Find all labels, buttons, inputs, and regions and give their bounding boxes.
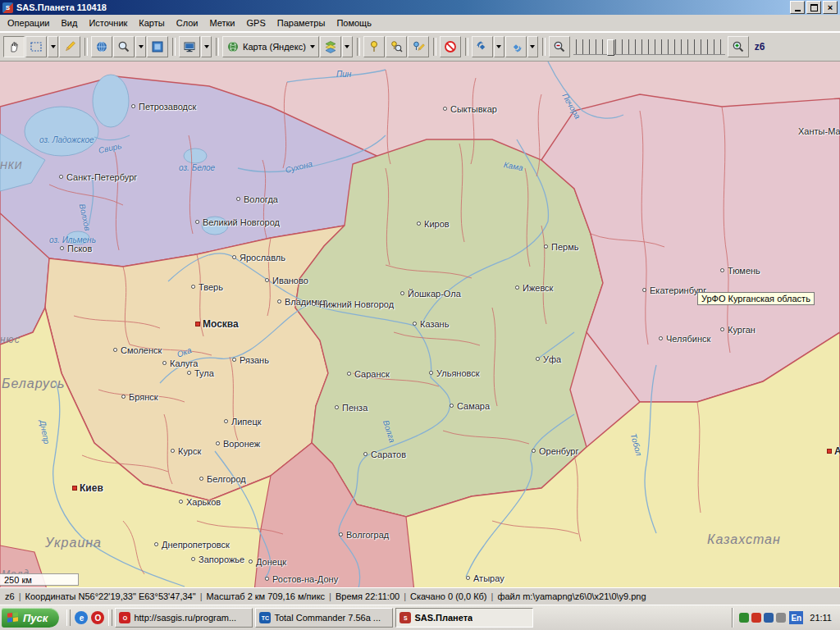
menu-item-Источник[interactable]: Источник [83, 16, 133, 30]
tray-icon[interactable] [764, 613, 774, 623]
task-label: Total Commander 7.56a ... [274, 613, 381, 623]
gps-track-icon [509, 40, 523, 53]
city-label: Смоленск [113, 345, 162, 355]
map-source-select[interactable]: Карта (Яндекс) [222, 36, 319, 57]
menu-item-Помощь[interactable]: Помощь [331, 16, 377, 30]
tray-icon[interactable] [751, 613, 761, 623]
taskbar-clock: 21:11 [810, 613, 832, 623]
menu-item-Параметры[interactable]: Параметры [272, 16, 331, 30]
no-entry-icon [444, 40, 457, 53]
chevron-down-icon [204, 45, 209, 48]
menu-item-Карты[interactable]: Карты [133, 16, 170, 30]
zoom-out-button[interactable] [549, 36, 570, 57]
taskbar-tasks: Ohttp://sasgis.ru/program...TCTotal Comm… [115, 608, 732, 628]
task-label: http://sasgis.ru/program... [134, 613, 236, 623]
map-labels: ПетрозаводскСыктывкарСанкт-ПетербургВоло… [0, 62, 840, 587]
maximize-button[interactable] [806, 1, 821, 14]
opera-icon[interactable]: O [91, 611, 104, 624]
city-label: Днепропетровск [154, 540, 230, 550]
city-label: Великий Новгород [195, 217, 280, 227]
download-manager-button[interactable] [179, 36, 200, 57]
zoom-slider[interactable] [573, 39, 725, 55]
zoom-slider-thumb[interactable] [607, 39, 614, 56]
zoom-level-label: z6 [755, 41, 765, 52]
zoom-in-button[interactable] [728, 36, 749, 57]
menu-item-GPS[interactable]: GPS [241, 16, 272, 30]
start-label: Пуск [23, 612, 48, 624]
city-label: Воронеж [216, 439, 260, 449]
chevron-down-icon [139, 45, 144, 48]
maximize-icon [810, 4, 818, 11]
download-manager-dropdown[interactable] [201, 36, 212, 57]
city-label: Белгород [199, 474, 246, 484]
layers-button[interactable] [320, 36, 341, 57]
selection-tool-button[interactable] [25, 36, 47, 57]
layers-dropdown[interactable] [342, 36, 353, 57]
city-label: Пенза [335, 403, 368, 413]
system-tray: En 21:11 [732, 608, 838, 628]
gps-connect-button[interactable] [472, 36, 493, 57]
tray-icon[interactable] [776, 613, 786, 623]
monitor-icon [183, 40, 196, 53]
city-label: Петрозаводск [131, 102, 196, 112]
water-label: Ока [176, 345, 193, 359]
city-label: Псков [60, 244, 92, 253]
gps-track-dropdown[interactable] [527, 36, 538, 57]
sas-planet-icon: S [399, 612, 411, 623]
water-label: Свирь [98, 141, 122, 155]
draw-tool-button[interactable] [59, 36, 80, 57]
placemark-search-button[interactable] [386, 36, 407, 57]
globe-icon [95, 40, 108, 53]
placemark-add-button[interactable] [363, 36, 385, 57]
chevron-down-icon [530, 45, 535, 48]
status-time: Время 22:11:00 [336, 591, 399, 601]
zoom-tool-dropdown[interactable] [135, 36, 146, 57]
city-label: Сыктывкар [443, 104, 497, 114]
menu-item-Вид[interactable]: Вид [55, 16, 83, 30]
map-canvas[interactable]: ПетрозаводскСыктывкарСанкт-ПетербургВоло… [0, 62, 840, 587]
close-button[interactable]: × [823, 1, 838, 14]
cancel-downloads-button[interactable] [440, 36, 461, 57]
city-label: Йошкар-Ола [400, 289, 461, 299]
minimize-button[interactable] [790, 1, 805, 14]
status-downloaded: Скачано 0 (0,0 Кб) [410, 591, 487, 601]
zoom-tool-button[interactable] [113, 36, 135, 57]
selection-tool-dropdown[interactable] [48, 36, 58, 57]
city-label: Саратов [363, 450, 406, 459]
pin-icon [368, 40, 381, 53]
city-label: А [827, 445, 840, 457]
pin-search-icon [390, 40, 403, 53]
fullscreen-button[interactable] [147, 36, 168, 57]
city-label: Самара [450, 401, 490, 411]
city-label: Санкт-Петербург [59, 172, 137, 182]
city-label: Курск [171, 446, 201, 456]
status-separator [491, 591, 494, 601]
taskbar-handle [66, 609, 71, 626]
status-zoom: z6 [5, 591, 15, 601]
internet-explorer-icon[interactable]: e [75, 611, 88, 624]
taskbar-task[interactable]: TCTotal Commander 7.56a ... [255, 608, 393, 628]
city-label: Уфа [536, 354, 561, 364]
city-label: Саранск [347, 369, 390, 379]
language-indicator[interactable]: En [789, 611, 803, 624]
water-label: Сухона [285, 159, 313, 175]
city-label: Липецк [224, 417, 262, 427]
taskbar-task[interactable]: SSAS.Планета [395, 608, 533, 628]
placemark-edit-button[interactable] [408, 36, 429, 57]
water-label: Тобол [629, 432, 644, 457]
map-globe-icon [226, 40, 240, 53]
city-label: Ульяновск [429, 368, 480, 378]
layers-icon [324, 40, 337, 53]
menu-item-Метки[interactable]: Метки [203, 16, 240, 30]
gps-track-button[interactable] [505, 36, 527, 57]
taskbar-task[interactable]: Ohttp://sasgis.ru/program... [115, 608, 253, 628]
menu-bar: ОперацииВидИсточникКартыСлоиМеткиGPSПара… [0, 15, 840, 32]
gps-connect-dropdown[interactable] [494, 36, 504, 57]
globe-tool-button[interactable] [91, 36, 112, 57]
pan-tool-button[interactable] [3, 36, 25, 57]
menu-item-Слои[interactable]: Слои [171, 16, 204, 30]
menu-item-Операции[interactable]: Операции [2, 16, 55, 30]
start-button[interactable]: Пуск [2, 608, 59, 628]
total-commander-icon: TC [259, 612, 271, 623]
tray-icon[interactable] [739, 613, 749, 623]
